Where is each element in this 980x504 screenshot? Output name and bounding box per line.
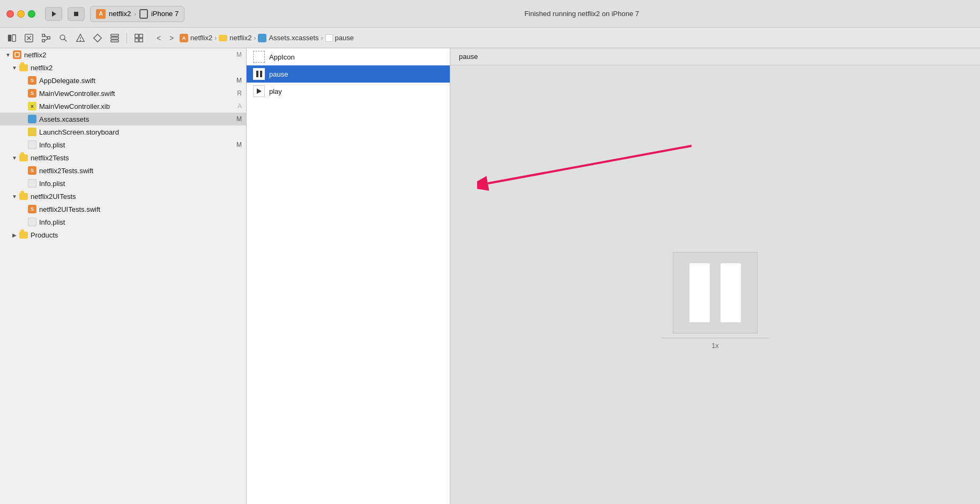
asset-item-appicon[interactable]: AppIcon	[247, 48, 450, 65]
sidebar-label-netflix2-group: netflix2	[31, 64, 53, 72]
svg-line-13	[64, 39, 66, 41]
sidebar-item-appdelegate[interactable]: ▶ AppDelegate.swift M	[0, 74, 246, 87]
sidebar-item-netflix2uitests-swift[interactable]: ▶ netflix2UITests.swift	[0, 203, 246, 216]
run-button[interactable]	[45, 7, 62, 21]
diamond-icon[interactable]	[90, 31, 105, 46]
sidebar-item-info-plist-2[interactable]: ▶ Info.plist	[0, 177, 246, 190]
warning-icon[interactable]	[73, 31, 88, 46]
sidebar-item-netflix2tests-swift[interactable]: ▶ netflix2Tests.swift	[0, 164, 246, 177]
search-icon[interactable]	[56, 31, 71, 46]
breadcrumb-item-0[interactable]: A netflix2	[180, 34, 212, 42]
sidebar-label-netflix2tests-swift: netflix2Tests.swift	[39, 167, 93, 175]
sidebar-item-netflix2-root[interactable]: ▼ netflix2 M	[0, 48, 246, 61]
close-button[interactable]	[6, 10, 14, 18]
breadcrumb-item-2[interactable]: Assets.xcassets	[258, 34, 318, 42]
breadcrumb-item-3[interactable]: pause	[325, 34, 354, 42]
breadcrumb-item-1[interactable]: netflix2	[219, 34, 251, 42]
sidebar-item-netflix2tests-group[interactable]: ▼ netflix2Tests	[0, 151, 246, 164]
sidebar-label-appdelegate: AppDelegate.swift	[39, 77, 95, 85]
pause-bars-small	[256, 71, 262, 77]
sidebar-item-netflix2uitests-group[interactable]: ▼ netflix2UITests	[0, 190, 246, 203]
arrow-svg	[477, 130, 702, 194]
hierarchy-icon[interactable]	[39, 31, 54, 46]
stop-button[interactable]	[68, 7, 85, 21]
expand-arrow-tests: ▼	[11, 154, 18, 161]
sidebar-label-mainviewcontroller-xib: MainViewController.xib	[39, 102, 110, 110]
toolbar: < > A netflix2 › netflix2 › Assets.xcass…	[0, 28, 980, 48]
svg-marker-26	[257, 88, 262, 94]
list-icon[interactable]	[107, 31, 122, 46]
svg-rect-2	[8, 34, 11, 41]
play-thumb	[253, 85, 265, 97]
svg-rect-20	[111, 40, 118, 42]
svg-rect-18	[111, 34, 118, 36]
scheme-selector[interactable]: A netflix2 › iPhone 7	[90, 6, 184, 22]
x-square-icon[interactable]	[21, 31, 36, 46]
svg-rect-23	[135, 38, 138, 41]
svg-rect-1	[74, 12, 78, 16]
breadcrumb-nav: < >	[153, 32, 177, 44]
device-icon	[139, 9, 148, 19]
sidebar-item-info-plist-3[interactable]: ▶ Info.plist	[0, 216, 246, 228]
sidebar-item-launchscreen[interactable]: ▶ LaunchScreen.storyboard	[0, 125, 246, 138]
svg-rect-3	[12, 34, 16, 41]
svg-marker-17	[94, 34, 101, 41]
swift-file-icon-1	[28, 89, 36, 98]
badge-plist: M	[236, 141, 242, 149]
nav-forward-button[interactable]: >	[166, 32, 177, 44]
sidebar-label-launchscreen: LaunchScreen.storyboard	[39, 128, 119, 136]
asset-browser: AppIcon pause play	[247, 48, 450, 504]
bc-sep-0: ›	[214, 34, 217, 42]
sidebar-label-netflix2-root: netflix2	[24, 51, 46, 59]
svg-point-16	[80, 40, 81, 41]
swift-file-icon-3	[28, 205, 36, 213]
minimize-button[interactable]	[17, 10, 25, 18]
pause-thumb	[253, 68, 265, 80]
pause-bar-right	[721, 263, 741, 322]
svg-line-11	[44, 39, 47, 41]
scale-container	[673, 252, 758, 333]
expand-arrow-root: ▼	[4, 51, 12, 58]
asset-item-pause[interactable]: pause	[247, 65, 450, 83]
traffic-lights	[6, 10, 35, 18]
fullscreen-button[interactable]	[28, 10, 35, 18]
sidebar-item-netflix2-group[interactable]: ▼ netflix2	[0, 61, 246, 74]
breadcrumb-label-0: netflix2	[190, 34, 212, 42]
status-text: Finished running netflix2 on iPhone 7	[524, 10, 639, 18]
status-bar: Finished running netflix2 on iPhone 7	[190, 10, 974, 18]
svg-point-12	[60, 35, 65, 40]
navigator-icon[interactable]	[4, 31, 19, 46]
svg-rect-8	[42, 39, 45, 42]
swift-file-icon-2	[28, 166, 36, 175]
folder-icon-uitests	[19, 192, 28, 201]
expand-arrow-uitests: ▼	[11, 192, 18, 200]
scale-label: 1x	[711, 342, 719, 350]
folder-icon-0	[219, 35, 227, 41]
sidebar-label-netflix2tests: netflix2Tests	[31, 154, 69, 162]
sidebar-item-assets-xcassets[interactable]: ▶ Assets.xcassets M	[0, 113, 246, 125]
sidebar-label-assets-xcassets: Assets.xcassets	[39, 115, 89, 123]
breadcrumb-label-1: netflix2	[229, 34, 251, 42]
svg-rect-9	[48, 36, 50, 39]
svg-marker-0	[52, 11, 56, 17]
asset-item-play[interactable]: play	[247, 83, 450, 100]
breadcrumb-label-3: pause	[335, 34, 354, 42]
main-content: ▼ netflix2 M ▼ netflix2 ▶ AppDelegate.sw…	[0, 48, 980, 504]
project-icon	[13, 50, 21, 59]
nav-back-button[interactable]: <	[153, 32, 165, 44]
badge-appdelegate: M	[236, 77, 242, 84]
expand-arrow-products: ▶	[11, 231, 18, 239]
sidebar-item-products[interactable]: ▶ Products	[0, 228, 246, 241]
sidebar-item-mainviewcontroller-xib[interactable]: ▶ X MainViewController.xib A	[0, 100, 246, 113]
appicon-thumb	[253, 51, 265, 63]
expand-arrow-group: ▼	[11, 64, 18, 71]
folder-icon-tests	[19, 153, 28, 162]
badge-netflix2-root: M	[236, 51, 242, 58]
xcassets-icon	[258, 34, 266, 42]
svg-rect-24	[139, 38, 143, 41]
swift-icon: A	[180, 34, 188, 42]
bc-sep-2: ›	[321, 34, 323, 42]
sidebar-item-mainviewcontroller-swift[interactable]: ▶ MainViewController.swift R	[0, 87, 246, 100]
grid-icon[interactable]	[131, 31, 146, 46]
sidebar-item-info-plist[interactable]: ▶ Info.plist M	[0, 138, 246, 151]
